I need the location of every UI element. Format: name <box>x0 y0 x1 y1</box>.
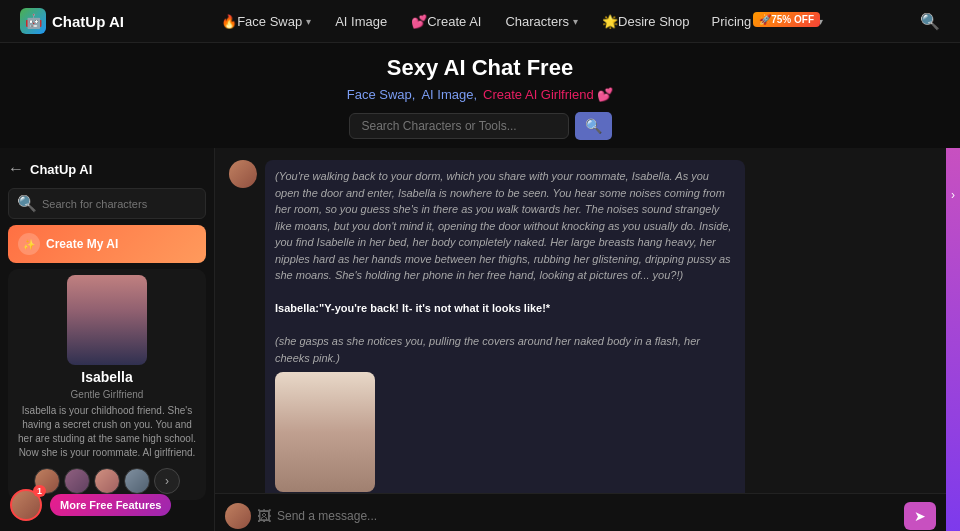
search-icon[interactable]: 🔍 <box>920 12 940 31</box>
character-name: Isabella <box>81 369 132 385</box>
desireshop-label: 🌟Desire Shop <box>602 14 690 29</box>
message-action: (she gasps as she notices you, pulling t… <box>275 335 700 364</box>
character-description: Isabella is your childhood friend. She's… <box>14 404 200 460</box>
create-ai-button[interactable]: ✨ Create My AI <box>8 225 206 263</box>
character-subtitle: Gentle Girlfriend <box>71 389 144 400</box>
back-button[interactable]: ← <box>8 160 24 178</box>
floating-avatar-container: 1 <box>10 489 42 521</box>
hero-links: Face Swap, AI Image, Create AI Girlfrien… <box>0 87 960 102</box>
image-icon[interactable]: 🖼 <box>257 508 271 524</box>
nav-item-desireshop[interactable]: 🌟Desire Shop <box>592 10 700 33</box>
floating-bar: 1 More Free Features <box>10 489 171 521</box>
hero-link-aiimage[interactable]: AI Image, <box>421 87 477 102</box>
left-panel: ← ChatUp AI 🔍 ✨ Create My AI Isabella Ge… <box>0 148 215 531</box>
nav-item-createai[interactable]: 💕Create AI <box>401 10 491 33</box>
hero-link-faceswap[interactable]: Face Swap, <box>347 87 416 102</box>
chat-input-row: 🖼 ➤ <box>215 493 946 531</box>
message-image <box>275 372 375 492</box>
nav-item-aiimage[interactable]: AI Image <box>325 10 397 33</box>
hero-title: Sexy AI Chat Free <box>0 55 960 81</box>
main-content: ← ChatUp AI 🔍 ✨ Create My AI Isabella Ge… <box>0 148 960 531</box>
character-avatar <box>67 275 147 365</box>
chat-messages: (You're walking back to your dorm, which… <box>215 148 946 493</box>
hero-search-bar[interactable] <box>349 113 569 139</box>
message-input[interactable] <box>277 509 898 523</box>
faceswap-label: 🔥Face Swap <box>221 14 302 29</box>
character-search[interactable]: 🔍 <box>8 188 206 219</box>
logo-icon: 🤖 <box>20 8 46 34</box>
message-image-content <box>275 372 375 492</box>
message-text-italic: (You're walking back to your dorm, which… <box>275 170 731 281</box>
left-panel-header: ← ChatUp AI <box>8 156 206 182</box>
logo-text: ChatUp AI <box>52 13 124 30</box>
nav-item-characters[interactable]: Characters ▾ <box>495 10 588 33</box>
message-row: (You're walking back to your dorm, which… <box>229 160 932 493</box>
promo-badge-container: 🚀75% OFF <box>753 12 820 27</box>
createai-label: 💕Create AI <box>411 14 481 29</box>
message-speech: Isabella:"Y-you're back! It- it's not wh… <box>275 302 550 314</box>
hero-link-creategf[interactable]: Create AI Girlfriend 💕 <box>483 87 613 102</box>
notification-badge: 1 <box>33 485 46 497</box>
character-avatar-image <box>67 275 147 365</box>
hero-search: 🔍 <box>0 112 960 140</box>
more-features-button[interactable]: More Free Features <box>50 494 171 516</box>
search-button[interactable]: 🔍 <box>575 112 612 140</box>
promo-badge[interactable]: 🚀75% OFF <box>753 12 820 27</box>
nav-right: 🔍 <box>920 12 940 31</box>
panel-title: ChatUp AI <box>30 162 92 177</box>
hero-section: Sexy AI Chat Free Face Swap, AI Image, C… <box>0 43 960 148</box>
character-card: Isabella Gentle Girlfriend Isabella is y… <box>8 269 206 500</box>
send-button[interactable]: ➤ <box>904 502 936 530</box>
chat-user-avatar <box>225 503 251 529</box>
expand-icon[interactable]: › <box>951 188 955 202</box>
message-avatar <box>229 160 257 188</box>
chat-area: (You're walking back to your dorm, which… <box>215 148 946 531</box>
nav-item-pricing[interactable]: Pricing <box>704 10 760 33</box>
right-stripe: › <box>946 148 960 531</box>
nav-item-faceswap[interactable]: 🔥Face Swap ▾ <box>211 10 321 33</box>
search-icon: 🔍 <box>17 194 37 213</box>
characters-label: Characters <box>505 14 569 29</box>
create-ai-icon: ✨ <box>18 233 40 255</box>
aiimage-label: AI Image <box>335 14 387 29</box>
search-input[interactable] <box>362 119 556 133</box>
message-bubble: (You're walking back to your dorm, which… <box>265 160 745 493</box>
chevron-down-icon: ▾ <box>573 16 578 27</box>
character-search-input[interactable] <box>42 198 197 210</box>
chevron-down-icon: ▾ <box>306 16 311 27</box>
nav-logo[interactable]: 🤖 ChatUp AI <box>20 8 124 34</box>
